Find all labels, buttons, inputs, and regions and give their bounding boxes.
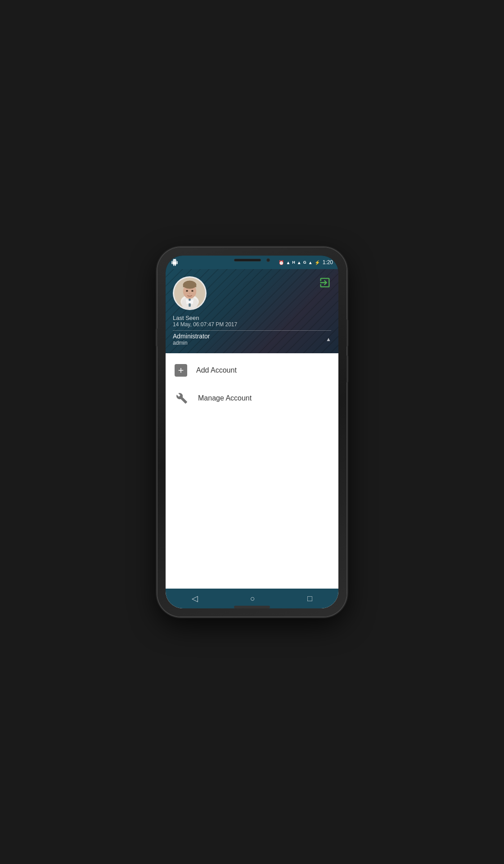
add-account-item[interactable]: Add Account <box>166 357 338 384</box>
status-time: 1:20 <box>323 259 333 266</box>
signal-bars2: ▲ <box>308 260 313 265</box>
volume-button <box>156 328 158 346</box>
earpiece-speaker <box>234 259 261 261</box>
manage-account-label: Manage Account <box>198 394 252 402</box>
account-name: Administrator <box>173 333 210 340</box>
h-signal: H <box>292 260 295 265</box>
svg-point-9 <box>191 290 194 292</box>
profile-info: Last Seen 14 May, 06:07:47 PM 2017 Admin… <box>173 315 331 346</box>
signal-bars1: ▲ <box>297 260 302 265</box>
manage-account-item[interactable]: Manage Account <box>166 384 338 413</box>
home-button[interactable]: ○ <box>241 590 264 607</box>
screen-content: HEET ▼ ▼ <box>166 269 338 608</box>
last-seen-time: 14 May, 06:07:47 PM 2017 <box>173 321 331 328</box>
android-icon <box>171 259 178 266</box>
status-left <box>171 259 178 266</box>
chevron-up-icon[interactable]: ▲ <box>326 336 331 342</box>
logout-button[interactable] <box>319 276 331 291</box>
profile-divider <box>173 330 331 331</box>
profile-top-row <box>173 276 331 310</box>
bottom-speaker <box>234 606 270 608</box>
avatar-image <box>174 278 205 309</box>
account-details: Administrator admin <box>173 333 210 346</box>
plus-icon <box>177 366 185 374</box>
manage-account-icon <box>175 391 189 405</box>
back-button[interactable]: ◁ <box>183 590 207 607</box>
front-camera-dot <box>266 258 270 262</box>
wifi-icon: ▲ <box>286 260 290 265</box>
user-avatar[interactable] <box>173 276 207 310</box>
status-right: ⏰ ▲ H ▲ G ▲ ⚡ 1:20 <box>279 259 333 266</box>
add-account-icon <box>175 364 187 377</box>
last-seen-label: Last Seen <box>173 315 331 321</box>
account-menu: Add Account Manage Account <box>166 353 338 475</box>
add-account-label: Add Account <box>196 366 237 374</box>
phone-device: ⏰ ▲ H ▲ G ▲ ⚡ 1:20 HEET <box>158 248 346 616</box>
alarm-icon: ⏰ <box>279 260 284 265</box>
logout-icon <box>319 276 331 289</box>
account-drawer: Last Seen 14 May, 06:07:47 PM 2017 Admin… <box>166 269 338 608</box>
svg-point-8 <box>186 290 188 292</box>
front-camera-area <box>234 258 270 262</box>
g-signal: G <box>303 260 306 265</box>
recent-apps-button[interactable]: □ <box>298 590 321 607</box>
status-bar: ⏰ ▲ H ▲ G ▲ ⚡ 1:20 <box>166 256 338 269</box>
wrench-icon <box>176 392 188 404</box>
battery-icon: ⚡ <box>315 260 320 265</box>
account-user: admin <box>173 340 210 346</box>
menu-spacer <box>166 475 338 589</box>
phone-screen: ⏰ ▲ H ▲ G ▲ ⚡ 1:20 HEET <box>166 256 338 608</box>
svg-rect-7 <box>183 284 196 287</box>
profile-header: Last Seen 14 May, 06:07:47 PM 2017 Admin… <box>166 269 338 353</box>
account-row: Administrator admin ▲ <box>173 333 331 346</box>
